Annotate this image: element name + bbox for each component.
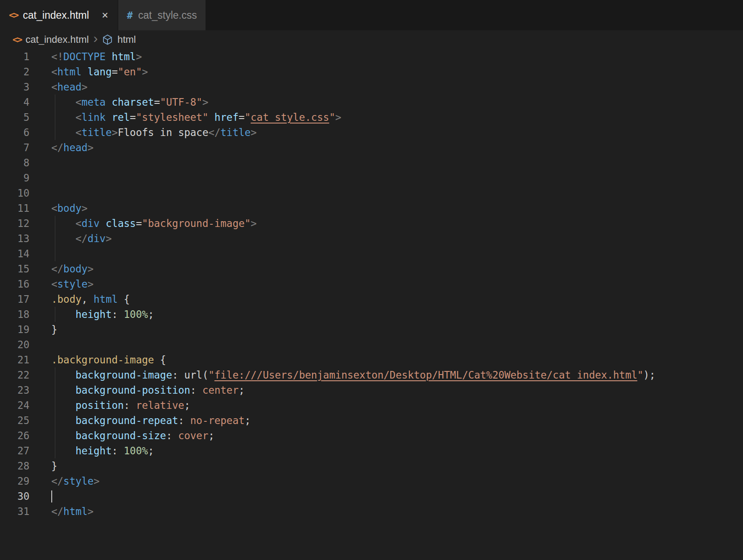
editor[interactable]: 1<!DOCTYPE html>2<html lang="en">3<head>… <box>0 49 743 519</box>
line-number: 30 <box>0 489 29 504</box>
code-token: < <box>75 111 82 123</box>
code-token <box>208 111 215 123</box>
code-text <box>29 246 743 261</box>
line-number: 5 <box>0 110 29 125</box>
line-number: 15 <box>0 261 29 276</box>
code-line[interactable]: 9 <box>0 170 743 185</box>
code-token: " <box>637 369 644 381</box>
line-number: 11 <box>0 201 29 216</box>
code-token: ; <box>148 445 154 457</box>
html-file-icon: <> <box>9 10 17 21</box>
tab-bar: <> cat_index.html ✕ # cat_style.css <box>0 0 743 30</box>
code-line[interactable]: 10 <box>0 185 743 201</box>
indent-guide <box>55 367 55 383</box>
code-line[interactable]: 12 <div class="background-image"> <box>0 216 743 231</box>
line-number: 16 <box>0 276 29 292</box>
code-line[interactable]: 24 position: relative; <box>0 398 743 413</box>
code-line[interactable]: 19} <box>0 322 743 337</box>
code-token: { <box>118 293 130 305</box>
code-token: = <box>239 111 245 123</box>
code-line[interactable]: 29</style> <box>0 474 743 489</box>
code-token: body <box>63 263 87 275</box>
code-line[interactable]: 22 background-image: url("file:///Users/… <box>0 367 743 383</box>
editor-lines: 1<!DOCTYPE html>2<html lang="en">3<head>… <box>0 49 743 519</box>
tab-label: cat_index.html <box>23 9 89 21</box>
code-text: height: 100%; <box>29 443 743 458</box>
code-line[interactable]: 4 <meta charset="UTF-8"> <box>0 95 743 110</box>
code-text <box>29 170 743 185</box>
code-line[interactable]: 1<!DOCTYPE html> <box>0 49 743 64</box>
code-line[interactable]: 5 <link rel="stylesheet" href="cat_style… <box>0 110 743 125</box>
code-token: center <box>202 384 239 396</box>
css-file-icon: # <box>127 10 133 21</box>
code-line[interactable]: 18 height: 100%; <box>0 307 743 322</box>
code-token: ; <box>208 430 215 441</box>
code-token: </ <box>51 142 63 153</box>
indent-guide <box>55 398 55 413</box>
tab-cat-style-css[interactable]: # cat_style.css <box>118 0 206 30</box>
code-token: > <box>87 263 94 275</box>
line-number: 7 <box>0 140 29 155</box>
code-line[interactable]: 17.body, html { <box>0 292 743 307</box>
code-text: .body, html { <box>29 292 743 307</box>
code-token <box>82 66 88 78</box>
code-token: ; <box>148 309 154 320</box>
code-line[interactable]: 20 <box>0 337 743 352</box>
code-line[interactable]: 31</html> <box>0 504 743 519</box>
code-token: </ <box>51 263 63 275</box>
code-token: title <box>220 127 251 138</box>
code-text: background-image: url("file:///Users/ben… <box>29 367 743 383</box>
code-line[interactable]: 16<style> <box>0 276 743 292</box>
code-line[interactable]: 28} <box>0 458 743 474</box>
code-token: html <box>58 66 82 78</box>
code-token: = <box>154 96 160 108</box>
code-text: } <box>29 458 743 474</box>
line-number: 14 <box>0 246 29 261</box>
code-line[interactable]: 8 <box>0 155 743 170</box>
code-line[interactable]: 7</head> <box>0 140 743 155</box>
code-token: : <box>124 399 136 411</box>
code-line[interactable]: 6 <title>Floofs in space</title> <box>0 125 743 140</box>
breadcrumb: <> cat_index.html › html <box>0 30 743 49</box>
code-token: html <box>63 506 87 517</box>
code-line[interactable]: 11<body> <box>0 201 743 216</box>
line-number: 27 <box>0 443 29 458</box>
code-line[interactable]: 25 background-repeat: no-repeat; <box>0 413 743 428</box>
code-line[interactable]: 30 <box>0 489 743 504</box>
code-token: : <box>111 309 124 320</box>
code-line[interactable]: 21.background-image { <box>0 352 743 367</box>
code-line[interactable]: 23 background-position: center; <box>0 383 743 398</box>
code-line[interactable]: 26 background-size: cover; <box>0 428 743 443</box>
code-text <box>29 337 743 352</box>
code-token: head <box>63 142 87 153</box>
code-token: background-image <box>75 369 172 381</box>
code-token: > <box>335 111 342 123</box>
line-number: 25 <box>0 413 29 428</box>
close-icon[interactable]: ✕ <box>102 10 109 21</box>
code-token: " <box>208 369 215 381</box>
tab-cat-index-html[interactable]: <> cat_index.html ✕ <box>0 0 118 30</box>
indent-guide <box>55 231 55 246</box>
code-line[interactable]: 3<head> <box>0 79 743 95</box>
code-text: <div class="background-image"> <box>29 216 743 231</box>
code-line[interactable]: 27 height: 100%; <box>0 443 743 458</box>
indent-guide <box>55 428 55 443</box>
code-token: meta <box>82 96 106 108</box>
breadcrumb-symbol[interactable]: html <box>117 34 136 45</box>
line-number: 29 <box>0 474 29 489</box>
code-text: <title>Floofs in space</title> <box>29 125 743 140</box>
indent-guide <box>55 383 55 398</box>
code-text: height: 100%; <box>29 307 743 322</box>
line-number: 3 <box>0 79 29 95</box>
code-text: .background-image { <box>29 352 743 367</box>
indent-guide <box>55 413 55 428</box>
indent-guide <box>55 95 55 110</box>
code-token: background-size <box>75 430 166 441</box>
code-line[interactable]: 2<html lang="en"> <box>0 64 743 79</box>
breadcrumb-file[interactable]: cat_index.html <box>25 34 89 45</box>
code-line[interactable]: 13 </div> <box>0 231 743 246</box>
code-line[interactable]: 14 <box>0 246 743 261</box>
code-line[interactable]: 15</body> <box>0 261 743 276</box>
code-text: <!DOCTYPE html> <box>29 49 743 64</box>
line-number: 28 <box>0 458 29 474</box>
